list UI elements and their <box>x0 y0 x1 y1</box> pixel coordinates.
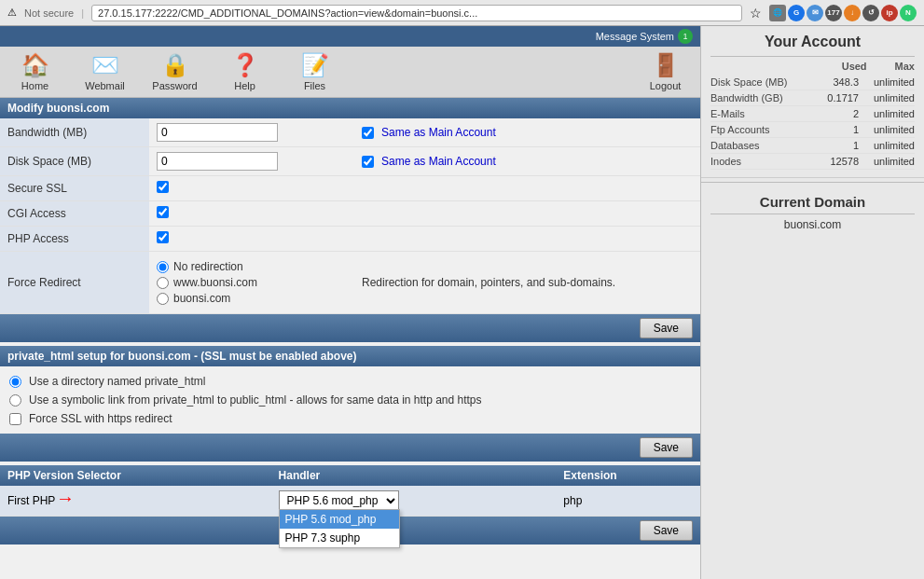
table-row: Secure SSL <box>0 176 700 201</box>
toolbar-help[interactable]: ❓ Help <box>219 52 270 91</box>
current-domain-value: buonsi.com <box>710 218 915 231</box>
modify-save-button[interactable]: Save <box>640 318 693 338</box>
use-dir-radio[interactable] <box>9 376 21 388</box>
php-save-button[interactable]: Save <box>640 520 693 541</box>
ext-icon-4[interactable]: 177 <box>825 5 842 21</box>
account-row-name: Bandwidth (GB) <box>710 92 812 103</box>
diskspace-same-checkbox[interactable] <box>362 156 374 168</box>
logout-icon: 🚪 <box>652 52 680 78</box>
toolbar-webmail[interactable]: ✉️ Webmail <box>79 52 131 91</box>
www-redirect-option[interactable]: www.buonsi.com <box>157 276 347 289</box>
toolbar-logout[interactable]: 🚪 Logout <box>640 52 691 91</box>
account-row-used: 348.3 <box>812 76 859 88</box>
ext-icon-7[interactable]: ip <box>881 5 898 21</box>
redirect-note-cell: Redirection for domain, pointers, and su… <box>354 252 700 314</box>
private-html-save-button[interactable]: Save <box>640 437 693 458</box>
ext-icon-5[interactable]: ↓ <box>844 5 861 21</box>
url-separator: | <box>81 7 84 19</box>
php-handler-cell: PHP 5.6 mod_php PHP 7.3 suphp PHP 5.6 mo… <box>271 486 557 517</box>
account-row: Bandwidth (GB) 0.1717 unlimited <box>710 90 915 106</box>
toolbar-home[interactable]: 🏠 Home <box>9 52 61 91</box>
redirect-note: Redirection for domain, pointers, and su… <box>362 276 615 289</box>
force-ssl-label: Force SSL with https redirect <box>29 412 172 425</box>
not-secure-label: Not secure <box>24 7 74 19</box>
bandwidth-input[interactable] <box>157 123 278 142</box>
account-row: Databases 1 unlimited <box>710 138 915 154</box>
password-icon: 🔒 <box>161 52 189 78</box>
main-layout: Message System 1 🏠 Home ✉️ Webmail 🔒 Pas… <box>0 26 924 579</box>
bandwidth-same-checkbox[interactable] <box>362 127 374 139</box>
bandwidth-same-label[interactable]: Same as Main Account <box>362 126 693 139</box>
table-row: Bandwidth (MB) Same as Main Account <box>0 118 700 147</box>
php-access-cell <box>149 227 354 252</box>
cgi-access-cell <box>149 201 354 227</box>
php-option-56[interactable]: PHP 5.6 mod_php <box>280 510 399 529</box>
content-area: Message System 1 🏠 Home ✉️ Webmail 🔒 Pas… <box>0 26 700 579</box>
www-redirect-radio[interactable] <box>157 277 169 289</box>
password-label: Password <box>152 80 197 91</box>
account-row: E-Mails 2 unlimited <box>710 106 915 122</box>
private-html-section: private_html setup for buonsi.com - (SSL… <box>0 346 700 462</box>
php-access-checkbox[interactable] <box>157 231 169 243</box>
private-html-header: private_html setup for buonsi.com - (SSL… <box>0 346 700 366</box>
php-table-header-row: PHP Version Selector Handler Extension <box>0 465 700 486</box>
php-first-php-text: First PHP <box>7 494 55 507</box>
account-row-max: unlimited <box>859 156 915 167</box>
php-handler-select-wrapper: PHP 5.6 mod_php PHP 7.3 suphp PHP 5.6 mo… <box>279 490 399 511</box>
diskspace-input-cell <box>149 147 354 176</box>
account-row-name: Databases <box>710 140 812 151</box>
ext-icon-3[interactable]: ✉ <box>807 5 823 21</box>
account-row: Ftp Accounts 1 unlimited <box>710 122 915 138</box>
star-icon[interactable]: ☆ <box>750 6 762 21</box>
your-account-title: Your Account <box>710 34 915 50</box>
use-symlink-option: Use a symbolic link from private_html to… <box>9 391 691 409</box>
account-row-max: unlimited <box>859 140 915 151</box>
secure-ssl-checkbox[interactable] <box>157 181 169 193</box>
plain-redirect-radio[interactable] <box>157 293 169 305</box>
account-row-name: Disk Space (MB) <box>710 76 812 88</box>
account-row-max: unlimited <box>859 124 915 135</box>
account-row-max: unlimited <box>859 108 915 119</box>
account-row: Inodes 12578 unlimited <box>710 154 915 170</box>
current-domain-section: Current Domain buonsi.com <box>701 186 924 239</box>
home-label: Home <box>21 80 48 91</box>
force-redirect-radio-group: No redirection www.buonsi.com buonsi.com <box>157 256 347 309</box>
bandwidth-option-cell: Same as Main Account <box>354 118 700 147</box>
account-row: Disk Space (MB) 348.3 unlimited <box>710 75 915 90</box>
files-label: Files <box>304 80 325 91</box>
force-ssl-checkbox[interactable] <box>9 413 21 425</box>
ext-icon-1[interactable]: 🌐 <box>769 5 786 21</box>
php-extension-cell: php <box>556 486 700 517</box>
url-bar[interactable]: 27.0.15.177:2222/CMD_ADDITIONAL_DOMAINS?… <box>91 5 742 21</box>
php-handler-select[interactable]: PHP 5.6 mod_php PHP 7.3 suphp <box>279 490 399 511</box>
table-row: CGI Access <box>0 201 700 227</box>
bandwidth-label: Bandwidth (MB) <box>0 118 149 147</box>
ext-icon-8[interactable]: N <box>900 5 917 21</box>
no-redirect-radio[interactable] <box>157 261 169 273</box>
browser-icons: 🌐 G ✉ 177 ↓ ↺ ip N <box>769 5 917 21</box>
modify-save-bar: Save <box>0 314 700 342</box>
php-extension-value: php <box>563 494 582 507</box>
ext-icon-6[interactable]: ↺ <box>862 5 879 21</box>
toolbar: 🏠 Home ✉️ Webmail 🔒 Password ❓ Help 📝 Fi… <box>0 47 700 98</box>
account-row-used: 2 <box>812 108 859 119</box>
no-redirect-option[interactable]: No redirection <box>157 260 347 273</box>
use-symlink-radio[interactable] <box>9 394 21 407</box>
plain-redirect-option[interactable]: buonsi.com <box>157 292 347 305</box>
message-system-bar: Message System 1 <box>0 26 700 47</box>
toolbar-password[interactable]: 🔒 Password <box>149 52 200 91</box>
account-row-name: Ftp Accounts <box>710 124 812 135</box>
account-rows: Disk Space (MB) 348.3 unlimited Bandwidt… <box>710 75 915 170</box>
secure-ssl-cell <box>149 176 354 201</box>
ext-icon-2[interactable]: G <box>788 5 805 21</box>
toolbar-files[interactable]: 📝 Files <box>289 52 340 91</box>
diskspace-input[interactable] <box>157 152 278 171</box>
account-row-max: unlimited <box>859 76 915 88</box>
message-system-label: Message System <box>596 31 674 42</box>
diskspace-same-label[interactable]: Same as Main Account <box>362 155 693 168</box>
secure-ssl-option <box>354 176 700 201</box>
php-col-selector: PHP Version Selector <box>0 465 271 486</box>
sidebar: Your Account Used Max Disk Space (MB) 34… <box>700 26 924 579</box>
php-option-73[interactable]: PHP 7.3 suphp <box>280 529 399 547</box>
cgi-access-checkbox[interactable] <box>157 206 169 218</box>
